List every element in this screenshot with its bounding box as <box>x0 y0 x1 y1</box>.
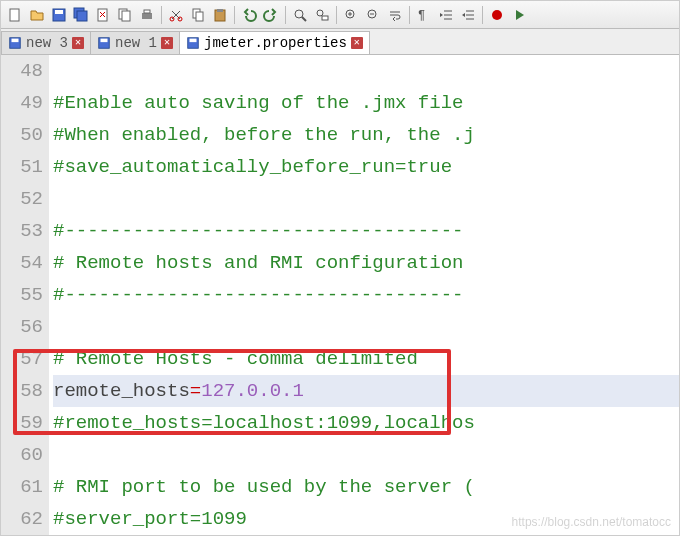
close-icon[interactable]: ✕ <box>72 37 84 49</box>
code-token: remote_hosts <box>53 380 190 402</box>
svg-rect-10 <box>142 13 152 19</box>
tab-label: new 3 <box>26 35 68 51</box>
line-number: 52 <box>1 183 43 215</box>
svg-rect-9 <box>122 11 130 21</box>
code-line[interactable] <box>53 55 679 87</box>
code-token: #save_automatically_before_run=true <box>53 156 452 178</box>
show-ws-icon[interactable]: ¶ <box>414 5 434 25</box>
close-icon[interactable]: ✕ <box>161 37 173 49</box>
code-token: #----------------------------------- <box>53 284 463 306</box>
code-content[interactable]: #Enable auto saving of the .jmx file #Wh… <box>49 55 679 535</box>
svg-point-34 <box>492 10 502 20</box>
line-number: 61 <box>1 471 43 503</box>
toolbar-separator <box>336 6 337 24</box>
line-number: 50 <box>1 119 43 151</box>
code-token: #Enable auto saving of the .jmx file <box>53 92 475 114</box>
code-line[interactable]: remote_hosts=127.0.0.1 <box>53 375 679 407</box>
code-token: #remote_hosts=localhost:1099,localhos <box>53 412 475 434</box>
toolbar-separator <box>482 6 483 24</box>
toolbar-separator <box>409 6 410 24</box>
save-icon[interactable] <box>49 5 69 25</box>
code-line[interactable]: # Remote hosts and RMI configuration <box>53 247 679 279</box>
outdent-icon[interactable] <box>458 5 478 25</box>
undo-icon[interactable] <box>239 5 259 25</box>
code-line[interactable]: # Remote Hosts - comma delimited <box>53 343 679 375</box>
code-token: #When enabled, before the run, the .j <box>53 124 475 146</box>
code-token: # RMI port to be used by the server ( <box>53 476 475 498</box>
tab-bar: new 3✕new 1✕jmeter.properties✕ <box>1 29 679 55</box>
line-number-gutter: 484950515253545556575859606162 <box>1 55 49 535</box>
svg-rect-38 <box>101 39 108 43</box>
line-number: 51 <box>1 151 43 183</box>
tab-new-3[interactable]: new 3✕ <box>1 31 91 54</box>
code-line[interactable] <box>53 311 679 343</box>
svg-line-19 <box>302 17 306 21</box>
zoom-out-icon[interactable] <box>363 5 383 25</box>
code-token: # Remote hosts and RMI configuration <box>53 252 463 274</box>
svg-rect-17 <box>217 9 223 12</box>
line-number: 53 <box>1 215 43 247</box>
saveall-icon[interactable] <box>71 5 91 25</box>
macro-rec-icon[interactable] <box>487 5 507 25</box>
macro-play-icon[interactable] <box>509 5 529 25</box>
line-number: 55 <box>1 279 43 311</box>
tab-new-1[interactable]: new 1✕ <box>90 31 180 54</box>
toolbar-separator <box>234 6 235 24</box>
line-number: 58 <box>1 375 43 407</box>
editor-area[interactable]: 484950515253545556575859606162 #Enable a… <box>1 55 679 535</box>
code-line[interactable]: #remote_hosts=localhost:1099,localhos <box>53 407 679 439</box>
svg-point-20 <box>317 10 323 16</box>
svg-rect-0 <box>10 9 19 21</box>
code-line[interactable]: #save_automatically_before_run=true <box>53 151 679 183</box>
file-icon <box>8 36 22 50</box>
zoom-in-icon[interactable] <box>341 5 361 25</box>
line-number: 48 <box>1 55 43 87</box>
tab-label: jmeter.properties <box>204 35 347 51</box>
line-number: 59 <box>1 407 43 439</box>
close-icon[interactable]: ✕ <box>351 37 363 49</box>
line-number: 49 <box>1 87 43 119</box>
code-line[interactable]: #When enabled, before the run, the .j <box>53 119 679 151</box>
closeall-icon[interactable] <box>115 5 135 25</box>
toolbar-separator <box>161 6 162 24</box>
code-line[interactable] <box>53 183 679 215</box>
code-token: #server_port=1099 <box>53 508 247 530</box>
cut-icon[interactable] <box>166 5 186 25</box>
main-toolbar: ¶ <box>1 1 679 29</box>
paste-icon[interactable] <box>210 5 230 25</box>
find-icon[interactable] <box>290 5 310 25</box>
close-icon[interactable] <box>93 5 113 25</box>
line-number: 56 <box>1 311 43 343</box>
svg-rect-40 <box>190 39 197 43</box>
code-line[interactable]: #Enable auto saving of the .jmx file <box>53 87 679 119</box>
tab-label: new 1 <box>115 35 157 51</box>
code-line[interactable] <box>53 439 679 471</box>
svg-point-18 <box>295 10 303 18</box>
copy-icon[interactable] <box>188 5 208 25</box>
code-token: # Remote Hosts - comma delimited <box>53 348 418 370</box>
file-icon <box>97 36 111 50</box>
replace-icon[interactable] <box>312 5 332 25</box>
svg-rect-2 <box>55 10 63 14</box>
code-token: = <box>190 380 201 402</box>
code-line[interactable]: #----------------------------------- <box>53 279 679 311</box>
file-icon <box>186 36 200 50</box>
line-number: 54 <box>1 247 43 279</box>
print-icon[interactable] <box>137 5 157 25</box>
svg-rect-11 <box>144 10 150 13</box>
svg-rect-36 <box>12 39 19 43</box>
line-number: 60 <box>1 439 43 471</box>
line-number: 62 <box>1 503 43 535</box>
tab-jmeter-properties[interactable]: jmeter.properties✕ <box>179 31 370 54</box>
code-line[interactable]: # RMI port to be used by the server ( <box>53 471 679 503</box>
svg-rect-21 <box>322 16 328 20</box>
code-line[interactable]: #----------------------------------- <box>53 215 679 247</box>
svg-text:¶: ¶ <box>418 9 425 23</box>
redo-icon[interactable] <box>261 5 281 25</box>
code-token: #----------------------------------- <box>53 220 463 242</box>
new-icon[interactable] <box>5 5 25 25</box>
wrap-icon[interactable] <box>385 5 405 25</box>
line-number: 57 <box>1 343 43 375</box>
indent-icon[interactable] <box>436 5 456 25</box>
open-icon[interactable] <box>27 5 47 25</box>
